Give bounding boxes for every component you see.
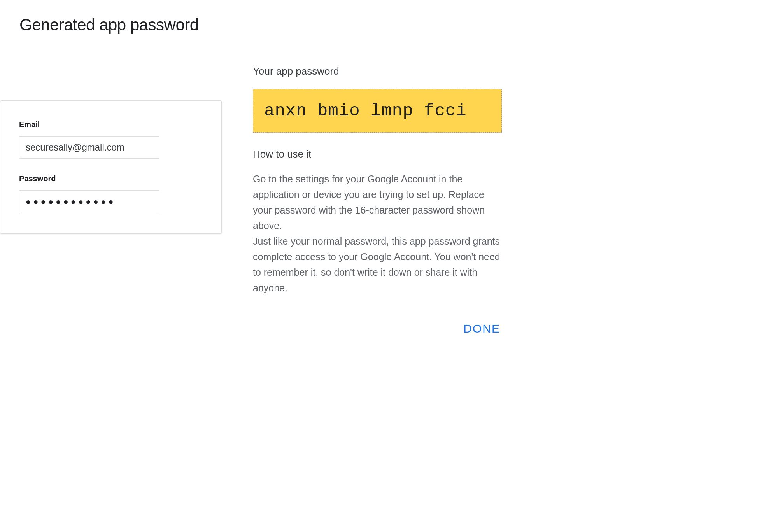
howto-heading: How to use it <box>253 148 502 160</box>
app-password-value[interactable]: anxn bmio lmnp fcci <box>253 89 502 133</box>
app-password-heading: Your app password <box>253 65 502 77</box>
password-input[interactable]: ●●●●●●●●●●●● <box>19 190 159 214</box>
password-label: Password <box>19 174 203 183</box>
email-label: Email <box>19 120 203 129</box>
password-field-group: Password ●●●●●●●●●●●● <box>19 174 203 214</box>
instructions-paragraph-1: Go to the settings for your Google Accou… <box>253 173 485 231</box>
content-grid: Email Password ●●●●●●●●●●●● Your app pas… <box>19 65 759 338</box>
instructions-paragraph-2: Just like your normal password, this app… <box>253 236 500 293</box>
login-form-card: Email Password ●●●●●●●●●●●● <box>0 100 222 234</box>
right-column: Your app password anxn bmio lmnp fcci Ho… <box>253 65 502 338</box>
instructions-text: Go to the settings for your Google Accou… <box>253 171 502 296</box>
actions-row: DONE <box>253 319 502 338</box>
done-button[interactable]: DONE <box>462 319 502 338</box>
email-field-group: Email <box>19 120 203 159</box>
email-input[interactable] <box>19 136 159 159</box>
page-title: Generated app password <box>19 16 759 34</box>
left-column: Email Password ●●●●●●●●●●●● <box>19 65 222 234</box>
